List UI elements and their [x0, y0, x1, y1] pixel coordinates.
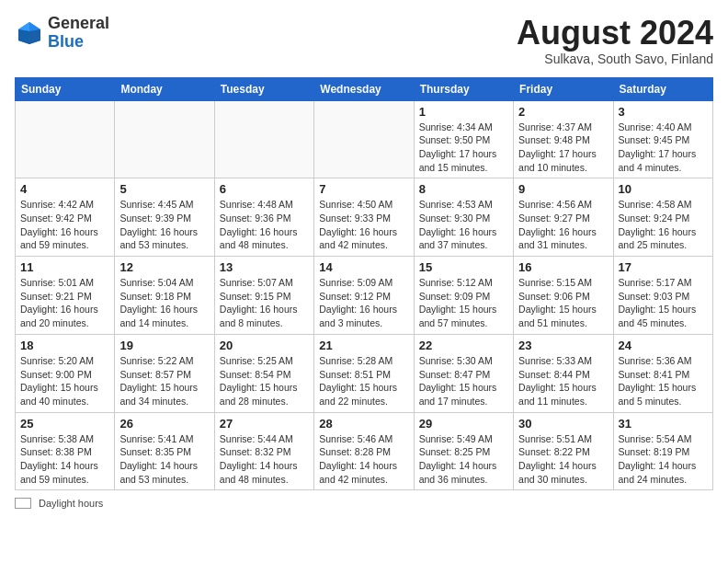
- day-info: Sunrise: 5:20 AM Sunset: 9:00 PM Dayligh…: [20, 354, 109, 408]
- calendar-cell: 29Sunrise: 5:49 AM Sunset: 8:25 PM Dayli…: [414, 412, 513, 490]
- calendar-table: SundayMondayTuesdayWednesdayThursdayFrid…: [15, 77, 713, 491]
- svg-marker-2: [29, 29, 40, 44]
- week-row-4: 18Sunrise: 5:20 AM Sunset: 9:00 PM Dayli…: [16, 334, 713, 412]
- day-number: 21: [319, 339, 408, 352]
- day-number: 27: [220, 417, 309, 431]
- day-number: 17: [619, 260, 708, 274]
- calendar-cell: 9Sunrise: 4:56 AM Sunset: 9:27 PM Daylig…: [514, 178, 613, 257]
- calendar-cell: 2Sunrise: 4:37 AM Sunset: 9:48 PM Daylig…: [514, 100, 613, 178]
- day-info: Sunrise: 5:54 AM Sunset: 8:19 PM Dayligh…: [619, 432, 708, 487]
- day-number: 3: [619, 105, 708, 119]
- calendar-cell: 15Sunrise: 5:12 AM Sunset: 9:09 PM Dayli…: [414, 257, 513, 335]
- day-number: 9: [518, 182, 608, 196]
- day-info: Sunrise: 4:34 AM Sunset: 9:50 PM Dayligh…: [419, 121, 508, 175]
- day-info: Sunrise: 4:48 AM Sunset: 9:36 PM Dayligh…: [220, 198, 309, 252]
- day-number: 18: [20, 339, 109, 352]
- day-number: 31: [619, 417, 708, 431]
- calendar-cell: 30Sunrise: 5:51 AM Sunset: 8:22 PM Dayli…: [514, 412, 613, 490]
- calendar-cell: 3Sunrise: 4:40 AM Sunset: 9:45 PM Daylig…: [613, 100, 712, 178]
- day-header-wednesday: Wednesday: [314, 77, 414, 100]
- day-number: 14: [319, 260, 408, 274]
- day-number: 20: [220, 339, 309, 352]
- day-info: Sunrise: 5:09 AM Sunset: 9:12 PM Dayligh…: [319, 276, 408, 330]
- day-header-thursday: Thursday: [414, 77, 513, 100]
- day-number: 8: [419, 182, 508, 196]
- day-number: 6: [220, 182, 309, 196]
- calendar-cell: 18Sunrise: 5:20 AM Sunset: 9:00 PM Dayli…: [16, 334, 115, 412]
- day-info: Sunrise: 5:12 AM Sunset: 9:09 PM Dayligh…: [419, 276, 508, 330]
- footer: Daylight hours: [15, 498, 713, 509]
- calendar-cell: 26Sunrise: 5:41 AM Sunset: 8:35 PM Dayli…: [115, 412, 214, 490]
- calendar-cell: 19Sunrise: 5:22 AM Sunset: 8:57 PM Dayli…: [115, 334, 214, 412]
- legend-box: [15, 498, 31, 509]
- day-info: Sunrise: 4:50 AM Sunset: 9:33 PM Dayligh…: [319, 198, 408, 252]
- day-header-tuesday: Tuesday: [214, 77, 313, 100]
- day-number: 13: [220, 260, 309, 274]
- day-info: Sunrise: 5:33 AM Sunset: 8:44 PM Dayligh…: [518, 354, 608, 408]
- day-info: Sunrise: 4:42 AM Sunset: 9:42 PM Dayligh…: [20, 198, 109, 252]
- week-row-2: 4Sunrise: 4:42 AM Sunset: 9:42 PM Daylig…: [16, 178, 713, 257]
- month-title: August 2024: [517, 15, 713, 52]
- day-info: Sunrise: 4:37 AM Sunset: 9:48 PM Dayligh…: [518, 121, 608, 175]
- day-info: Sunrise: 5:28 AM Sunset: 8:51 PM Dayligh…: [319, 354, 408, 408]
- calendar-cell: [314, 100, 414, 178]
- calendar-cell: 4Sunrise: 4:42 AM Sunset: 9:42 PM Daylig…: [16, 178, 115, 257]
- day-number: 25: [20, 417, 109, 431]
- day-info: Sunrise: 5:07 AM Sunset: 9:15 PM Dayligh…: [220, 276, 309, 330]
- calendar-cell: 7Sunrise: 4:50 AM Sunset: 9:33 PM Daylig…: [314, 178, 414, 257]
- logo-icon: [15, 18, 44, 48]
- calendar-cell: 17Sunrise: 5:17 AM Sunset: 9:03 PM Dayli…: [613, 257, 712, 335]
- calendar-cell: [115, 100, 214, 178]
- calendar-cell: [214, 100, 313, 178]
- day-number: 2: [518, 105, 608, 119]
- calendar-cell: 20Sunrise: 5:25 AM Sunset: 8:54 PM Dayli…: [214, 334, 313, 412]
- day-number: 7: [319, 182, 408, 196]
- week-row-3: 11Sunrise: 5:01 AM Sunset: 9:21 PM Dayli…: [16, 257, 713, 335]
- day-number: 29: [419, 417, 508, 431]
- day-info: Sunrise: 5:49 AM Sunset: 8:25 PM Dayligh…: [419, 432, 508, 487]
- day-info: Sunrise: 4:56 AM Sunset: 9:27 PM Dayligh…: [518, 198, 608, 252]
- day-header-row: SundayMondayTuesdayWednesdayThursdayFrid…: [16, 77, 713, 100]
- calendar-cell: 8Sunrise: 4:53 AM Sunset: 9:30 PM Daylig…: [414, 178, 513, 257]
- day-info: Sunrise: 4:45 AM Sunset: 9:39 PM Dayligh…: [119, 198, 209, 252]
- calendar-cell: 22Sunrise: 5:30 AM Sunset: 8:47 PM Dayli…: [414, 334, 513, 412]
- day-header-saturday: Saturday: [613, 77, 712, 100]
- logo-general-text: General: [48, 14, 109, 32]
- day-number: 24: [619, 339, 708, 352]
- day-number: 11: [20, 260, 109, 274]
- day-number: 4: [20, 182, 109, 196]
- day-number: 28: [319, 417, 408, 431]
- page-header: General Blue August 2024 Sulkava, South …: [15, 15, 713, 66]
- day-number: 1: [419, 105, 508, 119]
- day-info: Sunrise: 5:15 AM Sunset: 9:06 PM Dayligh…: [518, 276, 608, 330]
- day-header-friday: Friday: [514, 77, 613, 100]
- day-number: 15: [419, 260, 508, 274]
- day-info: Sunrise: 5:51 AM Sunset: 8:22 PM Dayligh…: [518, 432, 608, 487]
- day-number: 10: [619, 182, 708, 196]
- calendar-cell: 12Sunrise: 5:04 AM Sunset: 9:18 PM Dayli…: [115, 257, 214, 335]
- calendar-cell: 11Sunrise: 5:01 AM Sunset: 9:21 PM Dayli…: [16, 257, 115, 335]
- day-info: Sunrise: 5:36 AM Sunset: 8:41 PM Dayligh…: [619, 354, 708, 408]
- calendar-cell: 5Sunrise: 4:45 AM Sunset: 9:39 PM Daylig…: [115, 178, 214, 257]
- day-info: Sunrise: 4:58 AM Sunset: 9:24 PM Dayligh…: [619, 198, 708, 252]
- day-number: 16: [518, 260, 608, 274]
- day-info: Sunrise: 4:40 AM Sunset: 9:45 PM Dayligh…: [619, 121, 708, 175]
- day-info: Sunrise: 5:04 AM Sunset: 9:18 PM Dayligh…: [119, 276, 209, 330]
- calendar-cell: 27Sunrise: 5:44 AM Sunset: 8:32 PM Dayli…: [214, 412, 313, 490]
- day-info: Sunrise: 5:38 AM Sunset: 8:38 PM Dayligh…: [20, 432, 109, 487]
- day-info: Sunrise: 5:46 AM Sunset: 8:28 PM Dayligh…: [319, 432, 408, 487]
- logo-blue-text: Blue: [48, 32, 84, 51]
- day-number: 22: [419, 339, 508, 352]
- calendar-cell: 10Sunrise: 4:58 AM Sunset: 9:24 PM Dayli…: [613, 178, 712, 257]
- calendar-cell: 1Sunrise: 4:34 AM Sunset: 9:50 PM Daylig…: [414, 100, 513, 178]
- svg-marker-4: [18, 29, 29, 44]
- calendar-cell: 16Sunrise: 5:15 AM Sunset: 9:06 PM Dayli…: [514, 257, 613, 335]
- week-row-1: 1Sunrise: 4:34 AM Sunset: 9:50 PM Daylig…: [16, 100, 713, 178]
- calendar-cell: 13Sunrise: 5:07 AM Sunset: 9:15 PM Dayli…: [214, 257, 313, 335]
- calendar-cell: 6Sunrise: 4:48 AM Sunset: 9:36 PM Daylig…: [214, 178, 313, 257]
- day-info: Sunrise: 5:25 AM Sunset: 8:54 PM Dayligh…: [220, 354, 309, 408]
- day-header-monday: Monday: [115, 77, 214, 100]
- legend-label: Daylight hours: [39, 498, 103, 509]
- calendar-cell: [16, 100, 115, 178]
- day-info: Sunrise: 5:30 AM Sunset: 8:47 PM Dayligh…: [419, 354, 508, 408]
